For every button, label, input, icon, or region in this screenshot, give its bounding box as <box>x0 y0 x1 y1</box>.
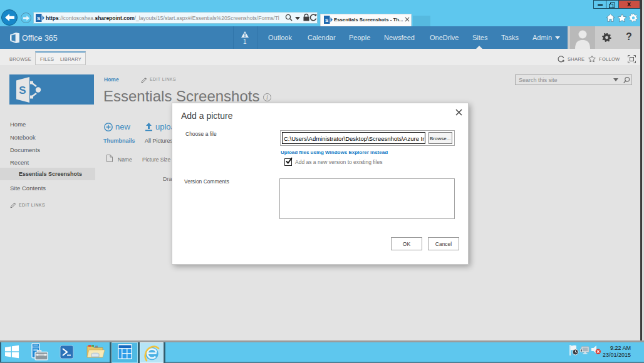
svg-text:S: S <box>19 84 26 96</box>
svg-text:S: S <box>325 18 329 23</box>
svg-text:S: S <box>37 16 41 21</box>
